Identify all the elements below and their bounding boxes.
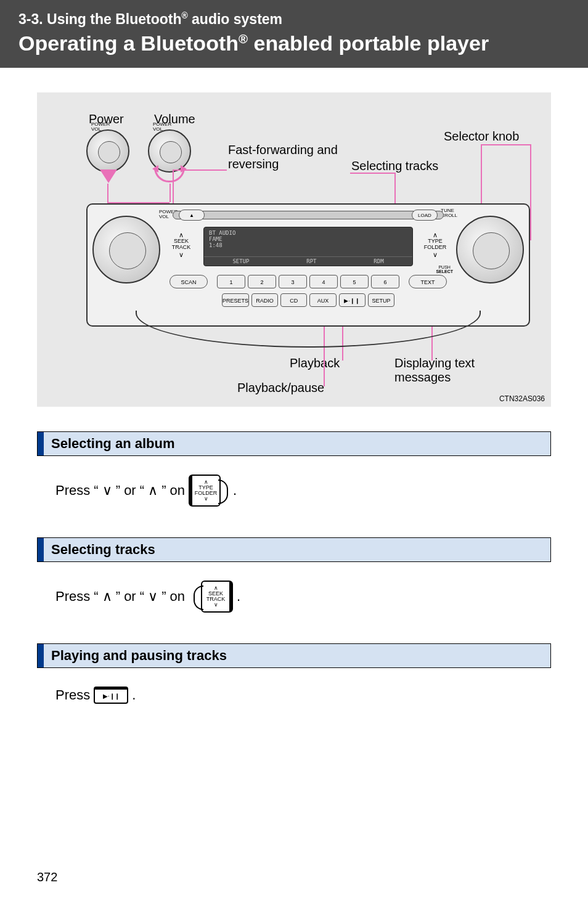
section-header-tracks: Selecting tracks <box>37 537 551 562</box>
period: . <box>132 687 136 703</box>
load-button: LOAD <box>412 210 438 221</box>
tracks-text-1: Press “ <box>55 589 99 605</box>
stereo-unit: POWERVOL TUNESCROLL PUSHSELECT ▲ LOAD ∧S… <box>86 203 530 327</box>
preset-6: 6 <box>371 275 399 288</box>
callout-line <box>173 169 227 171</box>
icon-chev-down: ∨ <box>204 496 208 502</box>
icon-chev-down: ∨ <box>214 602 218 608</box>
album-text-3: ” on <box>161 483 185 499</box>
section-title-playpause: Playing and pausing tracks <box>44 644 550 667</box>
section-title-album: Selecting an album <box>44 432 550 455</box>
play-pause-button: ▶·❙❙ <box>339 293 365 307</box>
icon-play-label: ▶·❙❙ <box>103 693 120 699</box>
seek-track-rocker: ∧SEEKTRACK∨ <box>168 231 195 258</box>
section-text-a: 3-3. Using the Bluetooth <box>18 11 182 27</box>
album-down: ∨ <box>102 483 112 499</box>
display-rdm: RDM <box>374 258 383 264</box>
section-accent-bar <box>38 538 44 561</box>
section-header-playpause: Playing and pausing tracks <box>37 643 551 668</box>
cd-button: CD <box>280 293 307 307</box>
preset-1: 1 <box>217 275 245 288</box>
section-accent-bar <box>38 432 44 455</box>
label-volume: Volume <box>154 112 195 126</box>
radio-button: RADIO <box>251 293 278 307</box>
tracks-up: ∧ <box>102 589 112 605</box>
label-playpause: Playback/pause <box>237 381 324 395</box>
section-header-album: Selecting an album <box>37 431 551 456</box>
display-title: FAME <box>209 236 407 242</box>
seek-track-button-icon: ∧ SEEK TRACK ∨ <box>201 581 233 613</box>
disc-slot <box>173 211 444 219</box>
setup-button: SETUP <box>368 293 394 307</box>
label-seltracks: Selecting tracks <box>351 159 438 173</box>
label-power: Power <box>89 112 124 126</box>
label-ffwd: Fast-forwarding and reversing <box>228 143 339 171</box>
section-body-album: Press “∨” or “∧” on ∧ TYPE FOLDER ∨ . <box>37 456 551 513</box>
diagram-container: POWERVOL POWERVOL Power Volume Fast-forw… <box>37 92 551 407</box>
press-arrow-icon <box>100 169 117 183</box>
eject-button: ▲ <box>179 210 205 221</box>
section-body-playpause: Press ▶·❙❙ . <box>37 668 551 710</box>
callout-line <box>350 173 394 174</box>
reg-mark-small: ® <box>182 11 188 20</box>
display-time: 1:48 <box>209 242 407 248</box>
title-text-b: enabled portable player <box>248 31 489 55</box>
label-playback: Playback <box>290 356 340 370</box>
tracks-down: ∨ <box>148 589 158 605</box>
page-header: 3-3. Using the Bluetooth® audio system O… <box>0 0 588 68</box>
page-number: 372 <box>37 870 57 884</box>
preset-2: 2 <box>248 275 276 288</box>
figure-id: CTN32AS036 <box>499 394 545 403</box>
mini-knob-power <box>86 129 129 173</box>
album-text-1: Press “ <box>55 483 99 499</box>
tune-select-knob <box>456 216 524 283</box>
period: . <box>233 483 237 499</box>
aux-button: AUX <box>309 293 336 307</box>
bezel-curve <box>136 311 481 348</box>
presets-button: PRESETS <box>222 293 249 307</box>
section-accent-bar <box>38 644 44 667</box>
preset-3: 3 <box>279 275 307 288</box>
mode-row: PRESETS RADIO CD AUX ▶·❙❙ SETUP <box>222 293 394 307</box>
power-vol-knob <box>92 216 160 283</box>
period: . <box>237 589 240 605</box>
page-title: Operating a Bluetooth® enabled portable … <box>18 31 570 55</box>
display-mode: BT AUDIO <box>209 230 407 236</box>
callout-line <box>481 144 530 145</box>
type-folder-rocker: ∧TYPEFOLDER∨ <box>422 231 449 258</box>
preset-4: 4 <box>309 275 338 288</box>
section-body-tracks: Press “∧” or “∨” on ∧ SEEK TRACK ∨ . <box>37 562 551 619</box>
label-disptext: Displaying text messages <box>394 356 493 385</box>
display-screen: BT AUDIO FAME 1:48 SETUP RPT RDM <box>203 227 413 266</box>
album-text-2: ” or “ <box>116 483 144 499</box>
display-rpt: RPT <box>306 258 316 264</box>
reg-mark-large: ® <box>239 32 248 46</box>
callout-line <box>530 144 531 240</box>
label-selknob: Selector knob <box>444 129 519 144</box>
push-select-text: PUSHSELECT <box>436 265 453 274</box>
content-area: POWERVOL POWERVOL Power Volume Fast-forw… <box>0 68 588 728</box>
playpause-text: Press <box>55 687 90 703</box>
section-number: 3-3. Using the Bluetooth® audio system <box>18 11 570 28</box>
play-pause-button-icon: ▶·❙❙ <box>94 687 128 704</box>
callout-line <box>169 184 171 202</box>
section-title-tracks: Selecting tracks <box>44 538 550 561</box>
preset-row: 1 2 3 4 5 6 <box>197 275 419 288</box>
display-setup: SETUP <box>232 258 249 264</box>
type-folder-button-icon: ∧ TYPE FOLDER ∨ <box>189 475 221 507</box>
tracks-text-2: ” or “ <box>116 589 144 605</box>
album-up: ∧ <box>148 483 158 499</box>
diagram: POWERVOL POWERVOL Power Volume Fast-forw… <box>49 111 539 401</box>
section-text-b: audio system <box>188 11 282 27</box>
title-text-a: Operating a Bluetooth <box>18 31 239 55</box>
tracks-text-3: ” on <box>161 589 185 605</box>
preset-5: 5 <box>340 275 369 288</box>
